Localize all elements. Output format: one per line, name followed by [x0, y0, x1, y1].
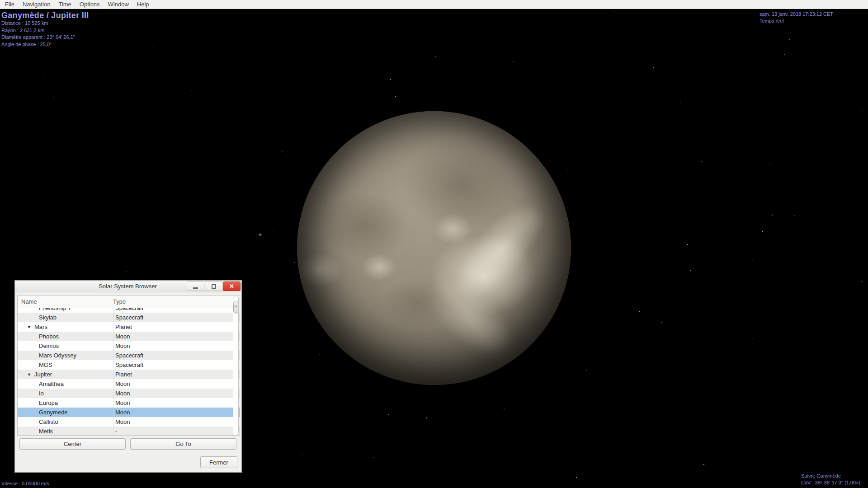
maximize-icon	[212, 284, 216, 289]
menu-item-options[interactable]: Options	[75, 0, 104, 9]
star	[288, 155, 288, 156]
menu-item-navigation[interactable]: Navigation	[19, 0, 54, 9]
menu-item-file[interactable]: File	[1, 0, 19, 9]
star	[53, 98, 54, 98]
star	[153, 47, 154, 47]
selected-object-title: Ganymède / Jupiter III	[1, 11, 89, 20]
cell-type: Spacecraft	[115, 308, 143, 311]
table-row-phobos[interactable]: PhobosMoon	[18, 332, 240, 341]
table-row-mars[interactable]: ▼MarsPlanet	[18, 322, 240, 332]
cell-name: Mars	[34, 324, 47, 330]
star	[191, 90, 192, 90]
close-icon: ✕	[229, 283, 234, 290]
cell-type: Moon	[115, 409, 130, 416]
star	[43, 75, 44, 75]
selected-object-info: Distance : 10 525 km Rayon : 2 631,2 km …	[1, 20, 75, 48]
table-rows: Friendship 7SpacecraftSkylabSpacecraft▼M…	[18, 308, 240, 435]
column-header-name[interactable]: Name	[21, 298, 37, 305]
close-window-button[interactable]: ✕	[223, 282, 241, 291]
cell-name: Friendship 7	[39, 308, 71, 311]
cell-name: Mars Odyssey	[39, 352, 76, 359]
table-row-deimos[interactable]: DeimosMoon	[18, 341, 240, 351]
cell-type: Moon	[115, 399, 130, 406]
info-distance: Distance : 10 525 km	[1, 20, 75, 27]
cell-name: Amalthea	[39, 380, 64, 387]
cell-name: Callisto	[39, 418, 58, 425]
star	[732, 82, 733, 82]
star	[702, 158, 703, 158]
cell-type: Spacecraft	[115, 352, 143, 359]
cell-type: Moon	[115, 390, 130, 397]
star	[861, 281, 862, 282]
table-row-europa[interactable]: EuropaMoon	[18, 398, 240, 408]
info-phase-angle: Angle de phase : 25,0°	[1, 41, 75, 48]
star	[536, 438, 536, 438]
menu-item-time[interactable]: Time	[54, 0, 75, 9]
table-row-mars-odyssey[interactable]: Mars OdysseySpacecraft	[18, 351, 240, 360]
cell-name: Skylab	[39, 314, 57, 321]
star	[617, 371, 618, 371]
star	[544, 123, 544, 124]
star	[687, 361, 688, 361]
tracking-display: Suivre Ganymède CdV : 38° 36' 17,3" (1,0…	[801, 473, 860, 486]
ganymede-globe[interactable]	[297, 111, 571, 385]
expander-arrow-icon[interactable]: ▼	[27, 372, 31, 377]
star	[14, 181, 14, 181]
scrollbar-thumb[interactable]	[233, 301, 238, 314]
star	[745, 454, 746, 454]
column-header-type[interactable]: Type	[113, 298, 126, 305]
goto-button[interactable]: Go To	[130, 438, 236, 450]
star	[690, 270, 691, 271]
maximize-button[interactable]	[205, 282, 222, 291]
table-viewport: Friendship 7SpacecraftSkylabSpacecraft▼M…	[18, 308, 240, 435]
star	[435, 56, 436, 57]
star	[547, 327, 548, 327]
table-row-jupiter[interactable]: ▼JupiterPlanet	[18, 370, 240, 379]
table-row-amalthea[interactable]: AmaltheaMoon	[18, 379, 240, 389]
star	[529, 12, 530, 12]
star	[847, 20, 847, 21]
table-row-skylab[interactable]: SkylabSpacecraft	[18, 313, 240, 322]
star	[560, 109, 560, 109]
star	[63, 247, 63, 247]
menu-item-window[interactable]: Window	[104, 0, 133, 9]
star	[752, 259, 753, 259]
fermer-button[interactable]: Fermer	[200, 456, 237, 468]
star	[273, 230, 274, 230]
dialog-titlebar[interactable]: Solar System Browser ✕	[15, 281, 241, 292]
table-row-friendship-7[interactable]: Friendship 7Spacecraft	[18, 308, 240, 313]
table-header: Name Type	[18, 296, 240, 308]
star	[791, 395, 792, 395]
table-scrollbar[interactable]	[233, 296, 239, 436]
star	[379, 74, 379, 74]
star	[576, 477, 577, 478]
cell-type: -	[115, 428, 117, 435]
dialog-title: Solar System Browser	[15, 283, 186, 290]
center-button[interactable]: Center	[19, 438, 126, 450]
table-row-ganymede[interactable]: GanymedeMoon	[18, 408, 240, 417]
star	[607, 116, 607, 116]
star	[680, 103, 681, 103]
cell-type: Spacecraft	[115, 314, 143, 321]
star	[513, 61, 514, 62]
table-row-metis[interactable]: Metis-	[18, 427, 240, 435]
star	[761, 160, 761, 160]
menu-item-help[interactable]: Help	[133, 0, 153, 9]
star	[547, 407, 548, 407]
star	[653, 67, 654, 68]
star	[126, 272, 127, 272]
minimize-button[interactable]	[187, 282, 204, 291]
star	[246, 405, 246, 405]
star	[302, 455, 303, 455]
star	[44, 274, 45, 274]
expander-arrow-icon[interactable]: ▼	[27, 325, 31, 329]
cell-type: Planet	[115, 371, 132, 378]
star	[390, 79, 391, 80]
speed-display: Vitesse : 0,00000 m/s	[1, 480, 49, 487]
table-row-mgs[interactable]: MGSSpacecraft	[18, 360, 240, 370]
star	[236, 76, 237, 76]
star	[661, 322, 662, 323]
star	[669, 360, 669, 361]
table-row-callisto[interactable]: CallistoMoon	[18, 417, 240, 427]
table-row-io[interactable]: IoMoon	[18, 389, 240, 398]
